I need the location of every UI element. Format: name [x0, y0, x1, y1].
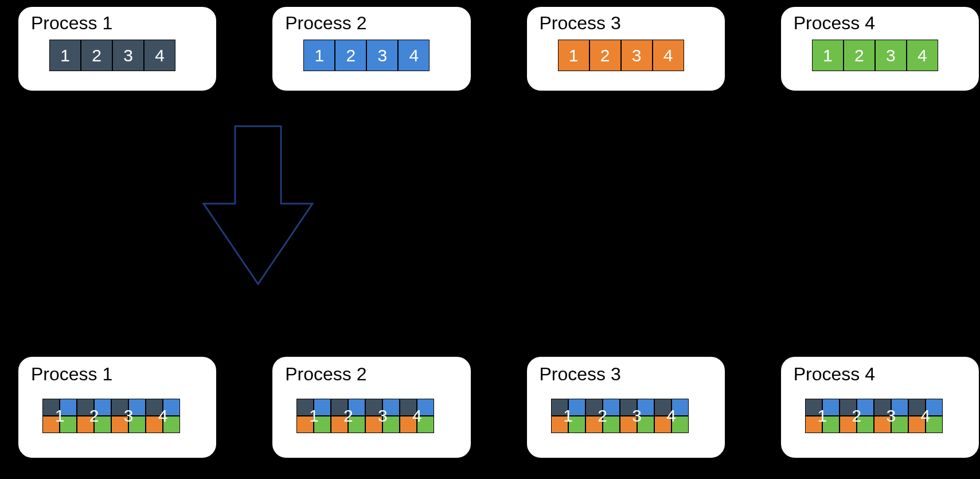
quad-cell: 3: [620, 399, 654, 433]
top-row: Process 1 1 2 3 4 Process 2 1 2 3 4 Proc…: [0, 6, 980, 92]
cell: 1: [303, 40, 335, 71]
process-card-top-2: Process 2 1 2 3 4: [271, 6, 471, 92]
cell: 3: [112, 40, 144, 71]
cell: 4: [144, 40, 175, 71]
cell: 1: [558, 40, 589, 71]
quad-row: 1 2 3 4: [551, 399, 713, 433]
quad-row: 1 2 3 4: [42, 399, 205, 433]
cell: 3: [366, 40, 398, 71]
cells-row: 1 2 3 4: [812, 40, 967, 71]
quad-cell: 4: [400, 399, 434, 433]
quad-cell: 4: [908, 399, 943, 433]
cell: 2: [81, 40, 112, 71]
quad-cell: 4: [654, 399, 689, 433]
cell: 2: [844, 40, 875, 71]
process-card-top-4: Process 4 1 2 3 4: [780, 6, 980, 92]
quad-cell: 2: [331, 399, 365, 433]
process-card-bottom-2: Process 2 1 2 3: [271, 356, 471, 459]
process-card-bottom-3: Process 3 1 2 3: [526, 356, 726, 459]
quad-cell: 3: [111, 399, 146, 433]
cell: 4: [398, 40, 430, 71]
cell: 3: [875, 40, 907, 71]
card-title: Process 1: [31, 13, 205, 34]
process-card-top-3: Process 3 1 2 3 4: [526, 6, 726, 92]
cell: 1: [49, 40, 81, 71]
card-title: Process 1: [31, 364, 205, 385]
quad-cell: 3: [874, 399, 908, 433]
arrow-svg: [201, 123, 315, 290]
quad-row: 1 2 3 4: [805, 399, 967, 433]
bottom-row: Process 1 1 2 3: [0, 356, 980, 459]
down-arrow-icon: [201, 123, 315, 290]
process-card-bottom-1: Process 1 1 2 3: [17, 356, 217, 459]
cell: 4: [907, 40, 938, 71]
quad-cell: 1: [42, 399, 77, 433]
quad-cell: 1: [296, 399, 331, 433]
card-title: Process 4: [794, 13, 967, 34]
cells-row: 1 2 3 4: [303, 40, 459, 71]
quad-cell: 2: [77, 399, 111, 433]
card-title: Process 4: [794, 364, 967, 385]
card-title: Process 2: [285, 364, 459, 385]
cell: 2: [589, 40, 621, 71]
quad-cell: 2: [840, 399, 874, 433]
quad-cell: 3: [365, 399, 400, 433]
quad-cell: 4: [146, 399, 180, 433]
card-title: Process 3: [540, 13, 713, 34]
card-title: Process 2: [285, 13, 459, 34]
quad-cell: 2: [585, 399, 620, 433]
cells-row: 1 2 3 4: [558, 40, 713, 71]
cell: 1: [812, 40, 844, 71]
cell: 4: [653, 40, 684, 71]
cells-row: 1 2 3 4: [49, 40, 205, 71]
quad-row: 1 2 3 4: [296, 399, 459, 433]
cell: 2: [335, 40, 366, 71]
cell: 3: [621, 40, 653, 71]
quad-cell: 1: [805, 399, 840, 433]
quad-cell: 1: [551, 399, 585, 433]
card-title: Process 3: [540, 364, 713, 385]
diagram-stage: Process 1 1 2 3 4 Process 2 1 2 3 4 Proc…: [0, 0, 980, 479]
process-card-top-1: Process 1 1 2 3 4: [17, 6, 217, 92]
process-card-bottom-4: Process 4 1 2 3: [780, 356, 980, 459]
